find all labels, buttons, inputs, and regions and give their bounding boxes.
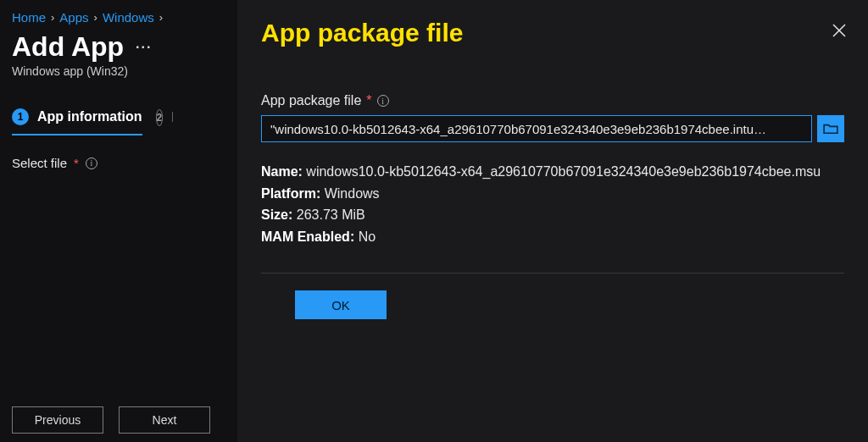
prop-platform-value: Windows (325, 186, 380, 201)
page-title-text: Add App (12, 31, 124, 63)
prop-size: Size: 263.73 MiB (261, 204, 844, 226)
wizard-tabs: 1 App information 2 P (12, 108, 225, 135)
prop-platform-label: Platform: (261, 186, 320, 201)
prop-size-value: 263.73 MiB (297, 207, 365, 222)
prop-name-label: Name: (261, 164, 303, 179)
browse-button[interactable] (817, 115, 844, 142)
file-properties: Name: windows10.0-kb5012643-x64_a2961077… (261, 161, 844, 247)
breadcrumb-windows[interactable]: Windows (103, 10, 154, 25)
divider (261, 273, 844, 273)
chevron-right-icon: › (159, 11, 163, 24)
close-button[interactable] (831, 22, 848, 39)
app-package-file-input[interactable]: "windows10.0-kb5012643-x64_a29610770b670… (261, 115, 812, 142)
breadcrumb-home[interactable]: Home (12, 10, 46, 25)
previous-button[interactable]: Previous (12, 406, 103, 434)
breadcrumb-apps[interactable]: Apps (59, 10, 88, 25)
file-field-label-row: App package file * i (261, 93, 844, 108)
tab-label: P (171, 110, 172, 125)
left-panel: Home › Apps › Windows › Add App ··· Wind… (0, 0, 237, 442)
prop-mam-label: MAM Enabled: (261, 229, 354, 244)
breadcrumb: Home › Apps › Windows › (12, 10, 225, 25)
select-file-label: Select file (12, 156, 67, 170)
page-title: Add App ··· (12, 31, 225, 63)
info-icon[interactable]: i (86, 157, 97, 169)
prop-name-value: windows10.0-kb5012643-x64_a29610770b6709… (306, 164, 821, 179)
chevron-right-icon: › (51, 11, 54, 24)
page-subtitle: Windows app (Win32) (12, 64, 225, 78)
prop-name: Name: windows10.0-kb5012643-x64_a2961077… (261, 161, 844, 183)
required-star-icon: * (366, 93, 371, 108)
prop-mam: MAM Enabled: No (261, 226, 844, 248)
prop-platform: Platform: Windows (261, 183, 844, 205)
file-field-label: App package file (261, 93, 361, 108)
file-input-row: "windows10.0-kb5012643-x64_a29610770b670… (261, 115, 844, 142)
app-package-file-dialog: App package file App package file * i "w… (237, 0, 868, 442)
more-actions-button[interactable]: ··· (136, 40, 152, 55)
step-2-badge: 2 (156, 109, 164, 126)
folder-icon (823, 123, 838, 135)
prop-size-label: Size: (261, 207, 292, 222)
tab-label: App information (37, 109, 142, 124)
wizard-nav-buttons: Previous Next (12, 406, 210, 434)
ok-button[interactable]: OK (295, 290, 387, 319)
tab-step-2[interactable]: 2 P (156, 109, 173, 135)
step-1-badge: 1 (12, 108, 29, 125)
info-icon[interactable]: i (377, 95, 389, 107)
tab-app-information[interactable]: 1 App information (12, 108, 142, 135)
close-icon (831, 22, 848, 39)
dialog-title: App package file (261, 19, 844, 47)
select-file-row: Select file * i (12, 156, 225, 170)
prop-mam-value: No (359, 229, 376, 244)
chevron-right-icon: › (94, 11, 97, 24)
required-star-icon: * (74, 156, 79, 170)
next-button[interactable]: Next (119, 406, 210, 434)
